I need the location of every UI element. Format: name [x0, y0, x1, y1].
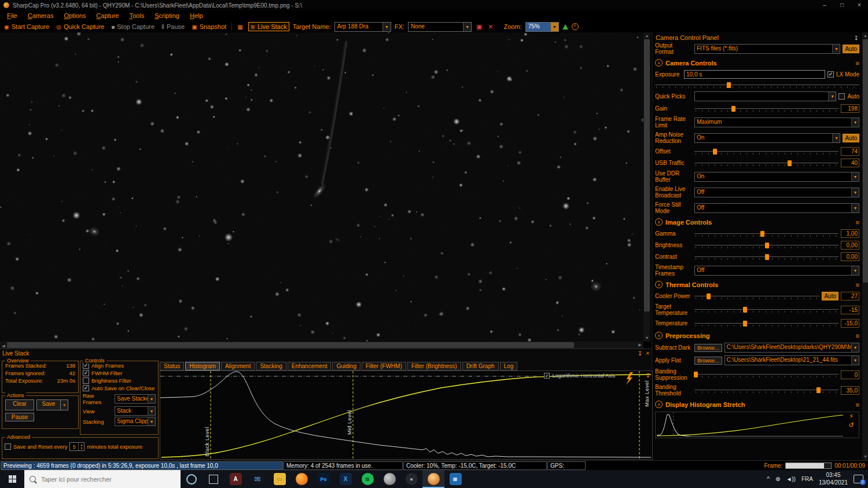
- clear-selection-icon[interactable]: ✕: [487, 23, 494, 31]
- selection-area-icon[interactable]: ▣: [475, 23, 483, 31]
- tab-filter-brightness[interactable]: Filter (Brightness): [407, 362, 461, 370]
- subtract-dark-dropdown[interactable]: C:\Users\SharkFleet\Desktop\darks\QHY290…: [724, 343, 859, 353]
- pin-icon[interactable]: ↧: [854, 35, 859, 41]
- display-histogram-stretch-chart[interactable]: ⚡ ↺: [655, 412, 859, 438]
- app-red-button[interactable]: A: [225, 470, 247, 488]
- tab-alignment[interactable]: Alignment: [221, 362, 255, 370]
- image-vertical-scrollbar[interactable]: ▲ ▼: [643, 32, 650, 342]
- hamburger-icon[interactable]: ≡: [856, 219, 859, 226]
- auto-stretch-icon[interactable]: [626, 372, 633, 385]
- scroll-right-icon[interactable]: ▶: [637, 342, 643, 348]
- gain-slider-thumb[interactable]: [731, 106, 735, 112]
- scroll-up-icon[interactable]: ▲: [643, 32, 650, 39]
- live-stack-histogram-chart[interactable]: Logarithmic Horizontal Axis ↧ Black Leve…: [160, 370, 653, 460]
- preview-display-button[interactable]: ▦: [236, 23, 244, 31]
- usb-traffic-slider-thumb[interactable]: [788, 160, 792, 166]
- fx-combo[interactable]: None ▾: [408, 22, 472, 32]
- exposure-slider-thumb[interactable]: [727, 82, 731, 88]
- cooler-auto-button[interactable]: Auto: [822, 292, 838, 300]
- usb-traffic-value[interactable]: 40: [841, 159, 859, 167]
- app-x-button[interactable]: X: [334, 470, 356, 488]
- banding-suppression-slider[interactable]: [694, 371, 838, 378]
- menu-tools[interactable]: Tools: [124, 12, 149, 20]
- zoom-combo[interactable]: 75% ▾: [525, 22, 559, 32]
- tab-enhancement[interactable]: Enhancement: [288, 362, 332, 370]
- collapse-icon[interactable]: ∧: [655, 218, 663, 226]
- quick-picks-dropdown[interactable]: ▾: [694, 91, 836, 101]
- notification-center-button[interactable]: 2: [854, 475, 863, 483]
- chevron-down-icon[interactable]: ▾: [851, 356, 859, 365]
- chevron-down-icon[interactable]: ▾: [832, 134, 840, 142]
- brightness-value[interactable]: 0,00: [841, 241, 859, 249]
- target-temperature-slider-thumb[interactable]: [743, 307, 747, 313]
- tab-status[interactable]: Status: [160, 362, 184, 370]
- camera-controls-section-header[interactable]: ∧ Camera Controls ≡: [655, 59, 859, 67]
- save-reset-checkbox[interactable]: [5, 443, 11, 450]
- pause-button[interactable]: Ⅱ Pause: [160, 23, 186, 31]
- panel-vertical-scrollbar[interactable]: ▲ ▼: [862, 32, 868, 460]
- menu-file[interactable]: File: [2, 12, 22, 20]
- save-button[interactable]: Save: [36, 399, 61, 410]
- file-explorer-button[interactable]: ▭: [269, 470, 290, 488]
- banding-threshold-value[interactable]: 35,0: [841, 386, 859, 395]
- contrast-slider[interactable]: [694, 254, 838, 260]
- exposure-input[interactable]: [684, 70, 825, 79]
- gamma-slider-thumb[interactable]: [760, 231, 764, 237]
- menu-help[interactable]: Help: [185, 12, 208, 20]
- live-broadcast-dropdown[interactable]: Off ▾: [694, 188, 859, 197]
- banding-threshold-slider-thumb[interactable]: [816, 387, 821, 393]
- tab-stacking[interactable]: Stacking: [256, 362, 286, 370]
- scroll-down-icon[interactable]: ▼: [862, 453, 868, 460]
- reset-stretch-icon[interactable]: ↺: [848, 422, 854, 428]
- frame-rate-limit-dropdown[interactable]: Maximum ▾: [694, 118, 859, 127]
- brightness-slider[interactable]: [694, 242, 838, 249]
- target-temperature-value[interactable]: -15: [841, 306, 859, 314]
- brightness-filter-checkbox[interactable]: [83, 377, 89, 384]
- panel-scroll-thumb[interactable]: [863, 39, 868, 282]
- gain-slider[interactable]: [694, 105, 838, 112]
- log-axis-checkbox[interactable]: [544, 373, 550, 379]
- tab-filter-fwhm[interactable]: Filter (FWHM): [362, 362, 406, 370]
- image-controls-section-header[interactable]: ∧ Image Controls ≡: [655, 218, 859, 226]
- taskbar-search[interactable]: [24, 470, 181, 488]
- minimize-button[interactable]: –: [816, 0, 833, 10]
- pin-icon[interactable]: ↧: [646, 372, 650, 379]
- auto-save-checkbox[interactable]: [83, 385, 89, 391]
- phd2-button[interactable]: [378, 470, 400, 488]
- chevron-down-icon[interactable]: ▾: [550, 23, 558, 31]
- output-format-dropdown[interactable]: FITS files (*.fits) ▾: [694, 44, 840, 54]
- fwhm-filter-checkbox[interactable]: [83, 370, 89, 376]
- lx-mode-checkbox[interactable]: [827, 71, 834, 78]
- temperature-value[interactable]: -15,0: [841, 319, 859, 328]
- mail-button[interactable]: ✉: [247, 470, 269, 488]
- chevron-down-icon[interactable]: ▾: [851, 173, 859, 181]
- chevron-down-icon[interactable]: ▾: [382, 23, 391, 31]
- contrast-slider-thumb[interactable]: [765, 254, 769, 260]
- quick-capture-button[interactable]: ◎ Quick Capture: [54, 23, 106, 31]
- close-button[interactable]: ×: [851, 0, 868, 10]
- menu-options[interactable]: Options: [59, 12, 90, 20]
- menu-capture[interactable]: Capture: [91, 12, 123, 20]
- sharpcap-taskbar-button[interactable]: [422, 470, 444, 488]
- minutes-stepper[interactable]: ▲▼: [69, 442, 84, 451]
- chevron-down-icon[interactable]: ▾: [851, 118, 859, 127]
- horizontal-scroll-thumb[interactable]: [7, 342, 574, 348]
- language-indicator[interactable]: FRA: [801, 476, 813, 482]
- start-button[interactable]: [0, 470, 24, 488]
- apply-flat-browse-button[interactable]: Browse...: [694, 357, 722, 365]
- pause-stack-button[interactable]: Pause: [5, 413, 34, 421]
- gain-value[interactable]: 198: [841, 104, 859, 113]
- amp-noise-auto-button[interactable]: Auto: [843, 134, 859, 142]
- clear-button[interactable]: Clear: [5, 399, 34, 410]
- banding-threshold-slider[interactable]: [694, 387, 838, 394]
- temperature-slider[interactable]: [694, 320, 838, 327]
- ddr-buffer-dropdown[interactable]: On ▾: [694, 172, 859, 182]
- tab-log[interactable]: Log: [500, 362, 518, 370]
- start-capture-button[interactable]: ◉ Start Capture: [2, 23, 51, 31]
- clock[interactable]: 03:45 13/04/2021: [819, 472, 848, 486]
- chevron-down-icon[interactable]: ▾: [851, 188, 859, 197]
- target-temperature-slider[interactable]: [694, 306, 838, 313]
- raw-frames-dropdown[interactable]: Save Stacked▾: [115, 394, 156, 403]
- quick-picks-auto-checkbox[interactable]: [838, 93, 845, 100]
- firefox-button[interactable]: [290, 470, 312, 488]
